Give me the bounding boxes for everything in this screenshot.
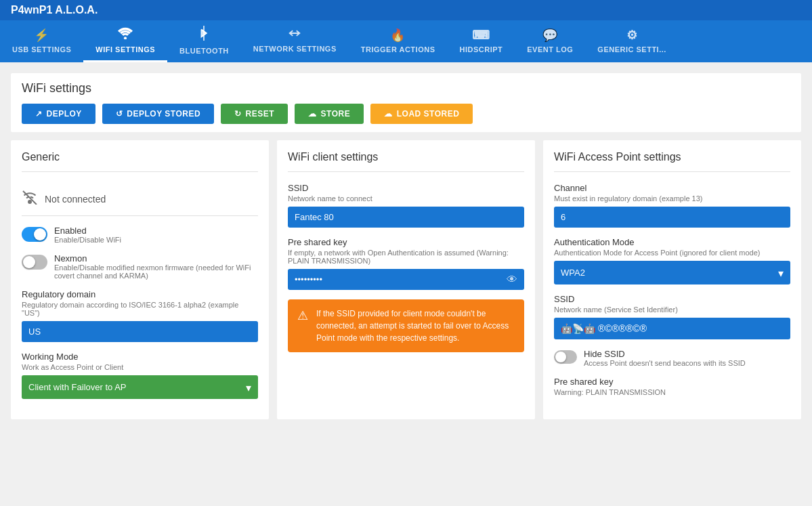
tab-network[interactable]: NETWORK SETTINGS xyxy=(241,20,349,62)
connection-status-row: Not connected xyxy=(22,183,258,216)
deploy-button[interactable]: ↗ DEPLOY xyxy=(22,104,95,124)
ap-auth-select[interactable]: WPA2 WPA Open xyxy=(554,261,790,284)
ap-channel-group: Channel Must exist in regulatory domain … xyxy=(554,183,790,228)
client-ssid-group: SSID Network name to connect xyxy=(288,183,524,228)
app-header: P4wnP1 A.L.O.A. xyxy=(0,0,812,20)
deploy-stored-button[interactable]: ↺ DEPLOY STORED xyxy=(102,104,214,124)
ap-ssid-display[interactable]: 🤖📡🤖 ®©®®®©® xyxy=(554,318,790,339)
reset-button[interactable]: ↻ RESET xyxy=(221,104,288,124)
working-mode-sub: Work as Access Point or Client xyxy=(22,363,258,371)
working-mode-select[interactable]: Client with Failover to AP Access Point … xyxy=(22,375,258,399)
nexmon-sub: Enable/Disable modified nexmon firmware … xyxy=(54,263,258,280)
nav-tabs: ⚡ USB SETTINGS WIFI SETTINGS BLUETOOTH xyxy=(0,20,812,62)
enabled-sub: Enable/Disable WiFi xyxy=(54,236,121,244)
generic-col-title: Generic xyxy=(22,151,258,172)
eventlog-icon: 💬 xyxy=(542,28,558,43)
tab-trigger[interactable]: 🔥 TRIGGER ACTIONS xyxy=(349,20,448,62)
reg-domain-label: Regulatory domain xyxy=(22,289,258,299)
hide-ssid-group: Hide SSID Access Point doesn't send beac… xyxy=(554,349,790,367)
client-psk-input[interactable] xyxy=(288,269,524,290)
tab-usb[interactable]: ⚡ USB SETTINGS xyxy=(0,20,83,62)
tab-hidscript[interactable]: ⌨ HIDSCRIPT xyxy=(447,20,515,62)
generic-icon: ⚙ xyxy=(626,28,638,43)
ap-psk-group: Pre shared key Warning: PLAIN TRANSMISSI… xyxy=(554,377,790,396)
enabled-toggle-row: Enabled Enable/Disable WiFi xyxy=(22,226,258,244)
reg-domain-input[interactable] xyxy=(22,321,258,342)
ap-auth-label: Authentication Mode xyxy=(554,237,790,247)
working-mode-label: Working Mode xyxy=(22,352,258,362)
trigger-icon: 🔥 xyxy=(390,28,406,43)
ap-auth-select-wrap: WPA2 WPA Open ▾ xyxy=(554,261,790,284)
hide-ssid-label: Hide SSID xyxy=(584,349,746,359)
ap-ssid-label: SSID xyxy=(554,294,790,304)
client-psk-label: Pre shared key xyxy=(288,237,524,247)
client-col-title: WiFi client settings xyxy=(288,151,524,172)
warning-icon: ⚠ xyxy=(297,308,308,323)
wifi-icon xyxy=(118,27,133,43)
client-col: WiFi client settings SSID Network name t… xyxy=(277,140,535,419)
hidscript-icon: ⌨ xyxy=(472,28,490,43)
three-columns: Generic Not connected xyxy=(11,140,801,419)
page-title: WiFi settings xyxy=(22,81,790,96)
no-wifi-icon xyxy=(22,190,38,209)
bluetooth-icon xyxy=(198,26,209,44)
ap-channel-sub: Must exist in regulatory domain (example… xyxy=(554,194,790,203)
reset-icon: ↻ xyxy=(234,109,242,119)
ap-auth-sub: Authentication Mode for Access Point (ig… xyxy=(554,249,790,257)
load-stored-button[interactable]: ☁ LOAD STORED xyxy=(370,104,473,124)
nexmon-label: Nexmon xyxy=(54,253,258,263)
client-ssid-sub: Network name to connect xyxy=(288,194,524,203)
action-buttons: ↗ DEPLOY ↺ DEPLOY STORED ↻ RESET ☁ STORE… xyxy=(22,104,790,124)
tab-wifi[interactable]: WIFI SETTINGS xyxy=(83,20,167,62)
ap-col-title: WiFi Access Point settings xyxy=(554,151,790,172)
load-stored-icon: ☁ xyxy=(384,109,393,119)
reg-domain-sub: Regulatory domain according to ISO/IEC 3… xyxy=(22,301,258,317)
connection-status-text: Not connected xyxy=(45,194,106,205)
ap-channel-label: Channel xyxy=(554,183,790,193)
hide-ssid-row: Hide SSID Access Point doesn't send beac… xyxy=(554,349,790,367)
reg-domain-group: Regulatory domain Regulatory domain acco… xyxy=(22,289,258,342)
ap-psk-label: Pre shared key xyxy=(554,377,790,387)
hide-ssid-toggle[interactable] xyxy=(554,350,577,364)
ap-ssid-group: SSID Network name (Service Set Identifie… xyxy=(554,294,790,339)
ap-psk-sub: Warning: PLAIN TRANSMISSION xyxy=(554,388,790,396)
content-area: WiFi settings ↗ DEPLOY ↺ DEPLOY STORED ↻… xyxy=(0,62,812,430)
warning-box: ⚠ If the SSID provided for client mode c… xyxy=(288,299,524,352)
app-title: P4wnP1 A.L.O.A. xyxy=(11,4,98,16)
deploy-icon: ↗ xyxy=(35,109,43,119)
wifi-header: WiFi settings ↗ DEPLOY ↺ DEPLOY STORED ↻… xyxy=(11,73,801,132)
store-icon: ☁ xyxy=(308,109,317,119)
nexmon-toggle-row: Nexmon Enable/Disable modified nexmon fi… xyxy=(22,253,258,280)
deploy-stored-icon: ↺ xyxy=(116,109,123,119)
tab-eventlog[interactable]: 💬 EVENT LOG xyxy=(515,20,585,62)
network-icon xyxy=(287,28,302,42)
client-psk-wrapper: 👁 xyxy=(288,269,524,290)
store-button[interactable]: ☁ STORE xyxy=(295,104,364,124)
usb-icon: ⚡ xyxy=(34,28,49,43)
client-psk-sub: If empty, a network with Open Authentica… xyxy=(288,249,524,265)
client-ssid-input[interactable] xyxy=(288,207,524,228)
password-visibility-icon[interactable]: 👁 xyxy=(507,274,517,286)
working-mode-select-wrap: Client with Failover to AP Access Point … xyxy=(22,375,258,399)
tab-bluetooth[interactable]: BLUETOOTH xyxy=(167,20,241,62)
ap-channel-input[interactable] xyxy=(554,207,790,228)
ap-auth-group: Authentication Mode Authentication Mode … xyxy=(554,237,790,284)
nexmon-toggle[interactable] xyxy=(22,255,47,270)
warning-text: If the SSID provided for client mode cou… xyxy=(316,308,515,344)
client-ssid-label: SSID xyxy=(288,183,524,193)
generic-col: Generic Not connected xyxy=(11,140,269,419)
hide-ssid-sub: Access Point doesn't send beacons with i… xyxy=(584,359,746,367)
tab-generic[interactable]: ⚙ GENERIC SETTI... xyxy=(585,20,679,62)
enabled-label: Enabled xyxy=(54,226,121,236)
ap-col: WiFi Access Point settings Channel Must … xyxy=(543,140,801,419)
enabled-toggle[interactable] xyxy=(22,227,47,242)
ap-ssid-sub: Network name (Service Set Identifier) xyxy=(554,305,790,314)
client-psk-group: Pre shared key If empty, a network with … xyxy=(288,237,524,290)
svg-point-0 xyxy=(124,37,127,39)
working-mode-group: Working Mode Work as Access Point or Cli… xyxy=(22,352,258,399)
